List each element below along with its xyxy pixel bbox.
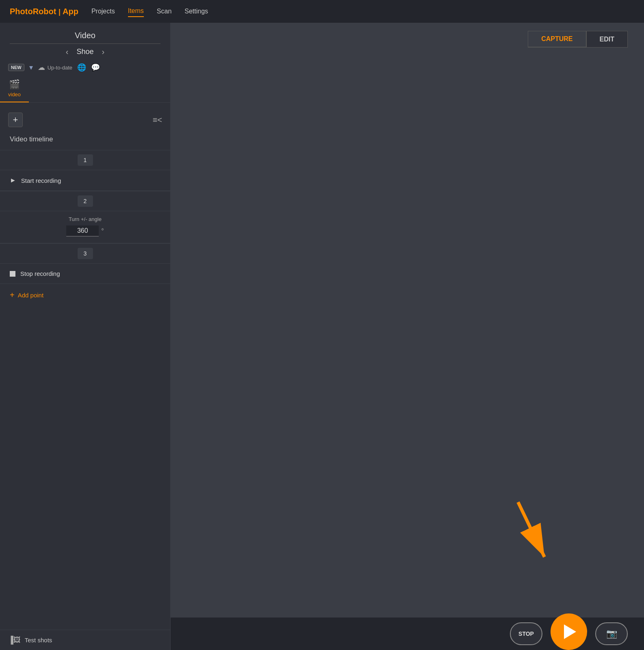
nav-scan[interactable]: Scan: [157, 6, 171, 17]
sidebar-divider: [10, 43, 160, 44]
turn-angle-input-row: °: [10, 225, 160, 236]
timeline-title: Video timeline: [0, 130, 170, 150]
timeline-step-2: 2: [0, 191, 170, 211]
step-number-1: 1: [78, 154, 93, 166]
filter-button[interactable]: ≡<: [153, 115, 162, 125]
uptodate-label: ☁ Up-to-date: [38, 63, 72, 72]
nav-items[interactable]: Items: [128, 6, 144, 17]
next-item-button[interactable]: ›: [102, 47, 105, 56]
add-item-button[interactable]: +: [8, 113, 23, 127]
comment-icon[interactable]: 💬: [91, 63, 100, 72]
uptodate-text: Up-to-date: [48, 65, 72, 71]
cloud-icon: ☁: [38, 63, 45, 72]
stop-recording-label: Stop recording: [20, 270, 60, 277]
main-view: [171, 56, 644, 618]
step-number-2: 2: [78, 195, 93, 207]
edit-tab[interactable]: EDIT: [586, 31, 628, 48]
add-point-row[interactable]: + Add point: [0, 284, 170, 306]
main-content: CAPTURE EDIT STOP: [171, 23, 644, 650]
add-point-plus-icon: +: [10, 290, 15, 300]
bottom-bar: STOP 📷: [171, 618, 644, 650]
sidebar-header: Video ‹ Shoe ›: [0, 23, 170, 60]
arrow-icon: [506, 494, 555, 567]
camera-button[interactable]: 📷: [595, 622, 628, 645]
stop-button[interactable]: STOP: [510, 622, 542, 645]
main-layout: Video ‹ Shoe › NEW ▾ ☁ Up-to-date 🌐 💬 🎬 …: [0, 23, 644, 650]
sidebar-toolbar: NEW ▾ ☁ Up-to-date 🌐 💬: [0, 60, 170, 75]
sidebar-bottom[interactable]: ▐🖼 Test shots: [0, 630, 170, 650]
app-label: App: [63, 7, 78, 16]
prev-item-button[interactable]: ‹: [66, 47, 69, 56]
turn-angle-label: Turn +/- angle: [10, 216, 160, 222]
start-recording-step[interactable]: ► Start recording: [0, 170, 170, 191]
item-name: Shoe: [76, 48, 93, 56]
nav-settings[interactable]: Settings: [184, 6, 208, 17]
brand-logo: PhotoRobot | App: [10, 7, 78, 16]
sidebar-item-name-row: ‹ Shoe ›: [10, 47, 160, 56]
add-point-label: Add point: [18, 292, 43, 299]
turn-angle-section: Turn +/- angle °: [0, 211, 170, 243]
timeline-area: + ≡< Video timeline 1 ► Start recording …: [0, 103, 170, 630]
timeline-step-3: 3: [0, 243, 170, 264]
sidebar: Video ‹ Shoe › NEW ▾ ☁ Up-to-date 🌐 💬 🎬 …: [0, 23, 171, 650]
new-badge-button[interactable]: NEW: [8, 64, 24, 71]
timeline-step-1: 1: [0, 150, 170, 170]
video-tab-label: video: [8, 91, 21, 98]
test-shots-icon: ▐🖼: [8, 636, 21, 644]
camera-icon: 📷: [606, 628, 617, 639]
brand-name: PhotoRobot: [10, 7, 56, 16]
stop-icon: [10, 271, 15, 277]
play-icon: ►: [10, 177, 16, 184]
nav-projects[interactable]: Projects: [91, 6, 115, 17]
capture-tab[interactable]: CAPTURE: [528, 31, 586, 48]
stop-recording-step[interactable]: Stop recording: [0, 264, 170, 284]
test-shots-label: Test shots: [25, 637, 52, 644]
arrow-container: [506, 494, 555, 569]
start-recording-label: Start recording: [21, 177, 61, 184]
angle-input[interactable]: [66, 225, 99, 236]
play-button[interactable]: [551, 613, 587, 650]
tab-row: 🎬 video: [0, 75, 170, 103]
topnav: PhotoRobot | App Projects Items Scan Set…: [0, 0, 644, 23]
svg-line-1: [518, 502, 544, 557]
tab-video[interactable]: 🎬 video: [0, 75, 29, 102]
step-number-3: 3: [78, 248, 93, 259]
degree-symbol: °: [101, 228, 104, 235]
play-triangle-icon: [564, 624, 576, 639]
dropdown-icon[interactable]: ▾: [29, 63, 33, 72]
sidebar-video-title: Video: [10, 31, 160, 40]
brand-divider: |: [59, 8, 63, 16]
add-row: + ≡<: [0, 109, 170, 130]
globe-icon[interactable]: 🌐: [77, 63, 86, 72]
capture-toolbar: CAPTURE EDIT: [171, 23, 644, 56]
video-tab-icon: 🎬: [9, 79, 20, 90]
